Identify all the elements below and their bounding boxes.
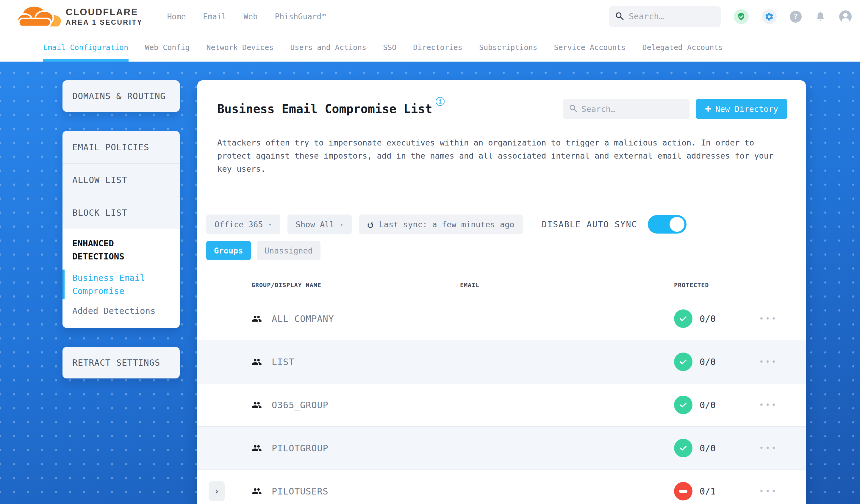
column-group-display-name: GROUP/DISPLAY NAME (252, 282, 321, 289)
search-icon (569, 104, 577, 114)
group-people-icon (251, 357, 263, 367)
sidebar-item-retract-settings[interactable]: RETRACT SETTINGS (62, 347, 180, 378)
notifications-bell-icon[interactable] (815, 11, 826, 23)
directory-select-value: Office 365 (215, 220, 263, 229)
sidebar-item-allow-list[interactable]: ALLOW LIST (62, 164, 180, 196)
table-row: › PILOTUSERS 0/1 ••• (197, 470, 806, 504)
toggle-knob (670, 217, 685, 232)
column-email: EMAIL (460, 282, 479, 289)
global-search-input[interactable] (629, 12, 715, 21)
caret-down-icon: ▾ (269, 221, 272, 228)
tab-subscriptions[interactable]: Subscriptions (479, 33, 538, 61)
tab-delegated-accounts[interactable]: Delegated Accounts (642, 33, 723, 61)
tab-email-configuration[interactable]: Email Configuration (43, 33, 128, 61)
groups-table: GROUP/DISPLAY NAME EMAIL PROTECTED › ALL… (197, 276, 806, 504)
table-row: › ALL COMPANY 0/0 ••• (197, 297, 806, 340)
protected-count: 0/0 (700, 443, 716, 453)
group-name: LIST (272, 357, 294, 367)
user-avatar[interactable] (839, 11, 852, 23)
row-menu-icon[interactable]: ••• (759, 357, 777, 366)
settings-gear-icon[interactable] (762, 9, 777, 24)
row-menu-icon[interactable]: ••• (759, 314, 777, 323)
question-mark-glyph: ? (794, 13, 798, 21)
row-menu-icon[interactable]: ••• (759, 487, 777, 496)
divider (206, 191, 787, 191)
auto-sync-toggle[interactable] (648, 215, 687, 233)
tab-users-and-actions[interactable]: Users and Actions (290, 33, 366, 61)
group-people-icon (251, 443, 263, 453)
show-filter-value: Show All (296, 220, 334, 229)
show-filter-select[interactable]: Show All ▾ (287, 215, 352, 234)
sidebar-section-enhanced-detections: ENHANCED DETECTIONS Business Email Compr… (62, 229, 180, 328)
list-search-input[interactable] (582, 104, 684, 114)
group-name: PILOTUSERS (272, 486, 329, 496)
page-background: DOMAINS & ROUTING EMAIL POLICIES ALLOW L… (0, 61, 860, 504)
protection-status-icon[interactable] (734, 9, 749, 24)
new-directory-button[interactable]: + New Directory (696, 99, 787, 119)
protected-status-badge (674, 396, 692, 414)
nav-email[interactable]: Email (203, 12, 226, 21)
cloudflare-cloud-icon (16, 3, 61, 30)
page-description: Attackers often try to impersonate execu… (217, 136, 781, 175)
directory-select[interactable]: Office 365 ▾ (206, 215, 280, 234)
protected-count: 0/0 (700, 314, 716, 324)
logo-text: CLOUDFLARE AREA 1 SECURITY (66, 7, 143, 27)
row-menu-icon[interactable]: ••• (759, 444, 777, 452)
tab-directories[interactable]: Directories (413, 33, 462, 61)
tab-groups[interactable]: Groups (206, 241, 251, 260)
protected-status-badge (674, 309, 692, 328)
tab-unassigned[interactable]: Unassigned (257, 241, 321, 260)
top-bar: CLOUDFLARE AREA 1 SECURITY Home Email We… (0, 0, 860, 33)
global-search[interactable] (609, 6, 721, 27)
nav-web[interactable]: Web (244, 12, 258, 21)
sidebar-item-enhanced-detections[interactable]: ENHANCED DETECTIONS (72, 237, 153, 263)
top-bar-right: ? (609, 6, 852, 27)
info-icon[interactable]: i (436, 97, 445, 106)
card-header-actions: + New Directory (563, 99, 787, 119)
protected-status-badge (674, 439, 692, 457)
protected-count: 0/1 (700, 486, 716, 496)
top-nav: Home Email Web PhishGuard™ (167, 12, 326, 21)
new-directory-label: New Directory (715, 104, 778, 114)
sidebar: DOMAINS & ROUTING EMAIL POLICIES ALLOW L… (62, 80, 180, 378)
config-nav: Email Configuration Web Config Network D… (0, 33, 860, 61)
group-people-icon (251, 486, 263, 496)
view-tabs: Groups Unassigned (206, 241, 806, 260)
tab-sso[interactable]: SSO (383, 33, 396, 61)
column-protected: PROTECTED (674, 282, 709, 289)
refresh-icon: ↺ (367, 219, 374, 230)
help-icon[interactable]: ? (790, 11, 802, 23)
table-header: GROUP/DISPLAY NAME EMAIL PROTECTED (197, 276, 806, 297)
protected-status-badge (674, 352, 692, 371)
tab-network-devices[interactable]: Network Devices (206, 33, 274, 61)
filters-row: Office 365 ▾ Show All ▾ ↺ Last sync: a f… (206, 215, 783, 234)
sidebar-policies-card: EMAIL POLICIES ALLOW LIST BLOCK LIST ENH… (62, 131, 180, 328)
tab-web-config[interactable]: Web Config (145, 33, 190, 61)
group-name: ALL COMPANY (272, 314, 334, 324)
protected-count: 0/0 (700, 400, 716, 410)
caret-down-icon: ▾ (340, 221, 343, 228)
tab-service-accounts[interactable]: Service Accounts (554, 33, 626, 61)
sidebar-gap (62, 112, 180, 131)
expand-chevron-icon[interactable]: › (209, 481, 225, 501)
plus-icon: + (705, 103, 711, 114)
row-menu-icon[interactable]: ••• (759, 401, 777, 409)
last-sync-status[interactable]: ↺ Last sync: a few minutes ago (359, 215, 523, 234)
logo-line1: CLOUDFLARE (66, 7, 143, 17)
sidebar-item-added-detections[interactable]: Added Detections (72, 306, 170, 316)
sidebar-item-email-policies[interactable]: EMAIL POLICIES (62, 131, 180, 164)
group-name: PILOTGROUP (272, 443, 329, 453)
cloudflare-logo[interactable]: CLOUDFLARE AREA 1 SECURITY (16, 3, 143, 30)
main-card: Business Email Compromise List i + New D… (197, 80, 806, 504)
table-row: › LIST 0/0 ••• (197, 340, 806, 383)
protected-count: 0/0 (700, 357, 716, 367)
sidebar-item-domains-routing[interactable]: DOMAINS & ROUTING (62, 80, 180, 112)
card-header: Business Email Compromise List i + New D… (217, 99, 787, 119)
nav-phishguard[interactable]: PhishGuard™ (275, 12, 326, 21)
nav-home[interactable]: Home (167, 12, 186, 21)
sidebar-item-business-email-compromise[interactable]: Business Email Compromise (72, 271, 153, 298)
sidebar-item-block-list[interactable]: BLOCK LIST (62, 196, 180, 229)
table-row: › PILOTGROUP 0/0 ••• (197, 426, 806, 470)
group-people-icon (251, 400, 263, 410)
list-search[interactable] (563, 99, 689, 119)
